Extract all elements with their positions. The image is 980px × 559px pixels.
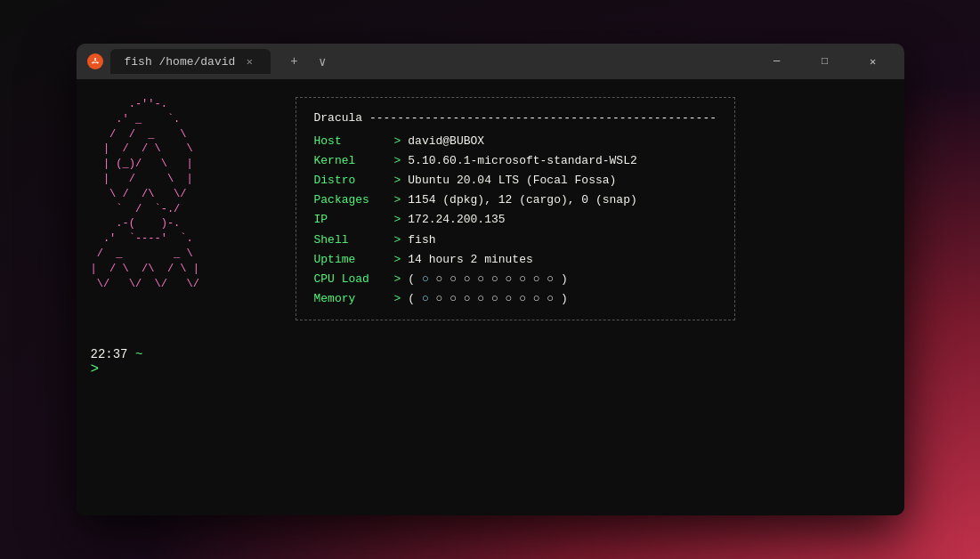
ubuntu-icon — [87, 53, 103, 69]
titlebar-left: fish /home/david ✕ + ∨ — [87, 49, 749, 74]
prompt-section: 22:37 ~ — [91, 347, 890, 361]
info-value: david@BUBOX — [408, 132, 484, 151]
active-tab[interactable]: fish /home/david ✕ — [110, 49, 271, 74]
info-label: Distro — [314, 171, 394, 190]
dropdown-tab-button[interactable]: ∨ — [310, 49, 335, 74]
info-value: 172.24.200.135 — [408, 210, 505, 230]
info-row: IP > 172.24.200.135 — [314, 210, 717, 230]
tab-close-btn[interactable]: ✕ — [242, 54, 256, 69]
info-arrow: > — [394, 132, 401, 151]
minimize-button[interactable]: — — [757, 47, 798, 76]
info-label: CPU Load — [314, 270, 394, 289]
info-label: IP — [314, 210, 394, 230]
dashed-line: ----------------------------------------… — [369, 111, 717, 125]
info-arrow: > — [394, 210, 401, 230]
info-value: 5.10.60.1-microsoft-standard-WSL2 — [408, 151, 636, 171]
info-arrow: > — [394, 151, 401, 171]
tab-actions: + ∨ — [281, 49, 335, 74]
info-value: fish — [408, 231, 435, 250]
terminal-content[interactable]: .-''-. .' _ `. / / _ \ | / / \ \ | (_)/ … — [77, 79, 904, 515]
info-value: ( ○ ○ ○ ○ ○ ○ ○ ○ ○ ○ ) — [408, 270, 567, 289]
info-row: Memory > ( ○ ○ ○ ○ ○ ○ ○ ○ ○ ○ ) — [314, 289, 717, 309]
info-row: Shell > fish — [314, 231, 717, 250]
info-title: Dracula --------------------------------… — [314, 109, 717, 128]
info-row: Packages > 1154 (dpkg), 12 (cargo), 0 (s… — [314, 190, 717, 210]
info-label: Memory — [314, 289, 394, 309]
info-label: Kernel — [314, 151, 394, 171]
dracula-label: Dracula — [314, 111, 363, 125]
info-rows: Host > david@BUBOXKernel > 5.10.60.1-mic… — [314, 132, 717, 309]
info-label: Shell — [314, 231, 394, 250]
svg-point-2 — [92, 62, 93, 64]
add-tab-button[interactable]: + — [281, 49, 306, 74]
close-button[interactable]: ✕ — [853, 47, 894, 76]
info-arrow: > — [394, 171, 401, 190]
svg-point-1 — [94, 58, 96, 60]
info-arrow: > — [394, 231, 401, 250]
info-value: Ubuntu 20.04 LTS (Focal Fossa) — [408, 171, 616, 190]
system-info-section: .-''-. .' _ `. / / _ \ | / / \ \ | (_)/ … — [91, 97, 890, 320]
info-row: Host > david@BUBOX — [314, 132, 717, 151]
prompt-time: 22:37 — [91, 347, 128, 361]
info-label: Uptime — [314, 250, 394, 270]
terminal-window: fish /home/david ✕ + ∨ — □ ✕ .-''-. .' _… — [77, 44, 904, 515]
info-arrow: > — [394, 190, 401, 210]
titlebar: fish /home/david ✕ + ∨ — □ ✕ — [77, 44, 904, 79]
info-arrow: > — [394, 270, 401, 289]
info-value: 1154 (dpkg), 12 (cargo), 0 (snap) — [408, 190, 636, 210]
titlebar-right: — □ ✕ — [757, 47, 894, 76]
prompt-tilde: ~ — [135, 347, 142, 361]
maximize-button[interactable]: □ — [805, 47, 846, 76]
info-row: CPU Load > ( ○ ○ ○ ○ ○ ○ ○ ○ ○ ○ ) — [314, 270, 717, 289]
info-value: 14 hours 2 minutes — [408, 250, 532, 270]
info-value: ( ○ ○ ○ ○ ○ ○ ○ ○ ○ ○ ) — [408, 289, 567, 309]
prompt-symbol: > — [91, 361, 100, 377]
ascii-art: .-''-. .' _ `. / / _ \ | / / \ \ | (_)/ … — [91, 97, 287, 320]
prompt-arrow-line: > — [91, 361, 890, 377]
tab-label: fish /home/david — [125, 55, 236, 69]
info-label: Packages — [314, 190, 394, 210]
info-row: Distro > Ubuntu 20.04 LTS (Focal Fossa) — [314, 171, 717, 190]
info-row: Uptime > 14 hours 2 minutes — [314, 250, 717, 270]
info-arrow: > — [394, 289, 401, 309]
info-panel: Dracula --------------------------------… — [296, 97, 736, 320]
info-label: Host — [314, 132, 394, 151]
info-arrow: > — [394, 250, 401, 270]
info-row: Kernel > 5.10.60.1-microsoft-standard-WS… — [314, 151, 717, 171]
svg-point-3 — [96, 62, 98, 64]
